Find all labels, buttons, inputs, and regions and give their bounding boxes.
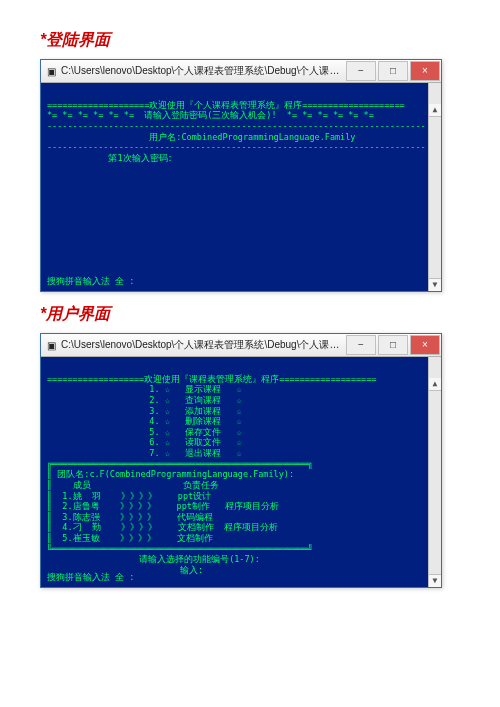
menu-item: 6. ☆ 读取文件 ☆ xyxy=(149,437,241,447)
app-icon: ▣ xyxy=(45,339,57,351)
member-task: 文档制作 xyxy=(177,533,213,543)
col-header-right: 负责任务 xyxy=(183,480,219,490)
scroll-up-icon[interactable]: ▲ xyxy=(429,104,441,117)
welcome-line: ====================欢迎使用『个人课程表管理系统』程序===… xyxy=(47,100,405,110)
menu-item: 1. ☆ 显示课程 ☆ xyxy=(149,384,241,394)
close-button[interactable]: × xyxy=(410,335,440,355)
input-label: 输入: xyxy=(180,565,203,575)
team-label: 团队名: xyxy=(57,469,89,479)
heading-login: *登陆界面 xyxy=(40,30,460,51)
console-body-login: ====================欢迎使用『个人课程表管理系统』程序===… xyxy=(41,83,441,291)
app-icon: ▣ xyxy=(45,65,57,77)
prompt-line: 请输入选择的功能编号(1-7): xyxy=(139,554,260,564)
scroll-up-icon[interactable]: ▲ xyxy=(429,378,441,391)
ime-status: 搜狗拼音输入法 全 : xyxy=(47,572,134,583)
box-top: ╔═══════════════════════════════════════… xyxy=(47,459,313,469)
scroll-down-icon[interactable]: ▼ xyxy=(429,574,441,587)
username-label: 用户名: xyxy=(149,132,181,142)
maximize-button[interactable]: □ xyxy=(378,335,408,355)
menu-item: 4. ☆ 删除课程 ☆ xyxy=(149,416,241,426)
minimize-button[interactable]: − xyxy=(346,61,376,81)
window-controls: − □ × xyxy=(345,59,441,83)
member-name: 3.陈志强 xyxy=(62,512,99,522)
welcome-line: ===================欢迎使用『课程表管理系统』程序======… xyxy=(47,374,376,384)
console-window-menu: ▣ C:\Users\lenovo\Desktop\个人课程表管理系统\Debu… xyxy=(40,333,442,588)
scrollbar[interactable]: ▲ ▼ xyxy=(428,83,441,291)
window-title: C:\Users\lenovo\Desktop\个人课程表管理系统\Debug\… xyxy=(61,338,345,352)
menu-item: 7. ☆ 退出课程 ☆ xyxy=(149,448,241,458)
password-prompt: 第1次输入密码: xyxy=(108,153,172,163)
titlebar: ▣ C:\Users\lenovo\Desktop\个人课程表管理系统\Debu… xyxy=(41,60,441,83)
menu-item: 3. ☆ 添加课程 ☆ xyxy=(149,406,241,416)
console-body-menu: ===================欢迎使用『课程表管理系统』程序======… xyxy=(41,357,441,587)
heading-user: *用户界面 xyxy=(40,304,460,325)
menu-item: 2. ☆ 查询课程 ☆ xyxy=(149,395,241,405)
scrollbar[interactable]: ▲ ▼ xyxy=(428,357,441,587)
separator: ----------------------------------------… xyxy=(47,121,426,131)
titlebar: ▣ C:\Users\lenovo\Desktop\个人课程表管理系统\Debu… xyxy=(41,334,441,357)
box-bottom: ╚═══════════════════════════════════════… xyxy=(47,544,313,554)
member-task: ppt制作 程序项目分析 xyxy=(177,501,280,511)
maximize-button[interactable]: □ xyxy=(378,61,408,81)
close-button[interactable]: × xyxy=(410,61,440,81)
scroll-down-icon[interactable]: ▼ xyxy=(429,278,441,291)
minimize-button[interactable]: − xyxy=(346,335,376,355)
member-task: 代码编程 xyxy=(177,512,213,522)
member-name: 1.姚 羽 xyxy=(62,491,100,501)
window-title: C:\Users\lenovo\Desktop\个人课程表管理系统\Debug\… xyxy=(61,64,345,78)
col-header-left: 成员 xyxy=(73,480,91,490)
menu-item: 5. ☆ 保存文件 ☆ xyxy=(149,427,241,437)
separator: ----------------------------------------… xyxy=(47,142,426,152)
console-window-login: ▣ C:\Users\lenovo\Desktop\个人课程表管理系统\Debu… xyxy=(40,59,442,292)
ime-status: 搜狗拼音输入法 全 : xyxy=(47,276,134,287)
team-value: c.F(CombinedProgrammingLanguage.Family): xyxy=(89,469,294,479)
instruction-line: *= *= *= *= *= *= 请输入登陆密码(三次输入机会)! *= *=… xyxy=(47,110,374,120)
member-task: 文档制作 程序项目分析 xyxy=(178,522,278,532)
username-value: CombinedProgrammingLanguage.Family xyxy=(181,132,355,142)
member-name: 4.刁 勤 xyxy=(62,522,100,532)
member-name: 2.唐鲁粤 xyxy=(62,501,99,511)
window-controls: − □ × xyxy=(345,333,441,357)
member-task: ppt设计 xyxy=(178,491,211,501)
member-name: 5.崔玉敏 xyxy=(62,533,99,543)
